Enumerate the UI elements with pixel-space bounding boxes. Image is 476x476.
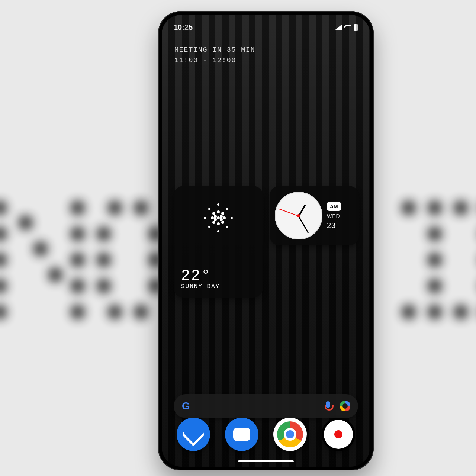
clock-day: WED — [327, 213, 340, 219]
weather-condition: SUNNY DAY — [181, 283, 255, 290]
phone-app[interactable] — [177, 418, 210, 451]
camera-app[interactable] — [322, 418, 355, 451]
weather-widget[interactable]: 22° SUNNY DAY — [174, 186, 263, 298]
svg-point-2 — [221, 212, 224, 215]
clock-widget[interactable]: AM WED 23 — [270, 186, 359, 245]
voice-search-icon[interactable] — [325, 401, 331, 411]
svg-point-4 — [221, 221, 224, 224]
status-time: 10:25 — [174, 23, 193, 32]
phone-icon — [181, 422, 205, 446]
svg-point-9 — [208, 208, 210, 210]
wifi-icon — [344, 25, 351, 30]
event-title: MEETING IN 35 MIN — [174, 45, 255, 55]
svg-point-11 — [208, 226, 210, 228]
status-icons — [334, 24, 358, 31]
phone-screen: 10:25 MEETING IN 35 MIN 11:00 - 12:00 — [162, 15, 370, 467]
svg-point-6 — [217, 222, 220, 225]
svg-point-18 — [220, 215, 223, 218]
sunny-icon — [196, 196, 241, 240]
svg-point-14 — [217, 230, 219, 232]
svg-point-12 — [226, 226, 228, 228]
svg-point-7 — [211, 216, 214, 219]
svg-point-3 — [212, 221, 215, 224]
status-bar: 10:25 — [162, 15, 370, 32]
battery-icon — [354, 24, 358, 31]
svg-point-17 — [214, 215, 217, 218]
app-dock — [162, 418, 370, 451]
messages-icon — [233, 428, 250, 441]
upcoming-event-widget[interactable]: MEETING IN 35 MIN 11:00 - 12:00 — [174, 45, 255, 65]
phone-frame: 10:25 MEETING IN 35 MIN 11:00 - 12:00 — [158, 11, 374, 470]
svg-point-19 — [214, 218, 217, 221]
event-time: 11:00 - 12:00 — [174, 55, 255, 65]
cellular-signal-icon — [334, 25, 342, 30]
svg-point-5 — [217, 210, 220, 213]
home-indicator[interactable] — [238, 460, 294, 462]
svg-point-10 — [226, 208, 228, 210]
record-icon — [334, 430, 342, 438]
svg-point-15 — [204, 217, 206, 219]
svg-point-0 — [217, 216, 220, 219]
svg-point-20 — [220, 218, 223, 221]
svg-point-8 — [223, 216, 226, 219]
weather-temperature: 22° — [181, 268, 255, 283]
clock-date: 23 — [327, 221, 336, 230]
clock-ampm: AM — [327, 202, 341, 211]
svg-point-1 — [212, 212, 215, 215]
svg-point-13 — [217, 203, 219, 206]
google-logo-icon: G — [182, 400, 190, 412]
chrome-icon — [277, 421, 303, 447]
messages-app[interactable] — [225, 418, 258, 451]
analog-clock-icon — [275, 192, 322, 239]
svg-point-16 — [231, 217, 233, 219]
chrome-app[interactable] — [273, 418, 307, 451]
google-search-bar[interactable]: G — [174, 394, 358, 418]
google-lens-icon[interactable] — [340, 401, 350, 411]
